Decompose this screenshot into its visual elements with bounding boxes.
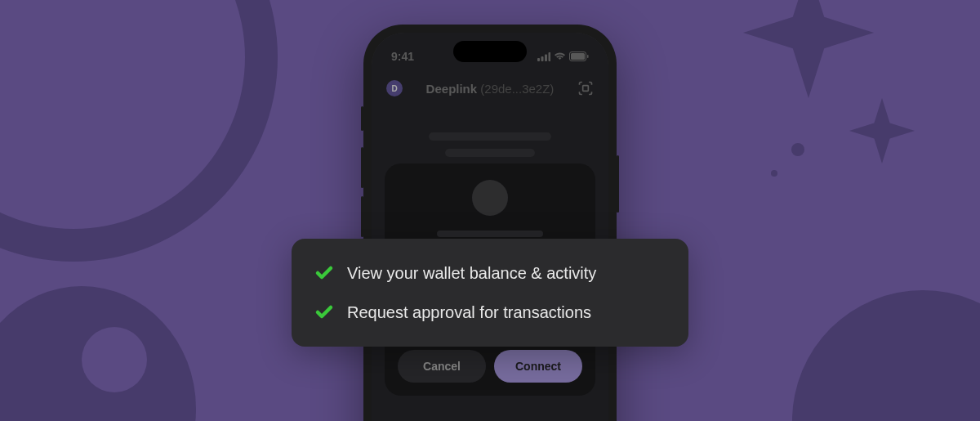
skeleton-line [429, 132, 551, 141]
permission-item: Request approval for transactions [314, 298, 666, 327]
qr-scan-icon[interactable] [577, 80, 594, 96]
dynamic-island [453, 41, 527, 62]
svg-rect-7 [583, 86, 589, 92]
wifi-icon [554, 52, 566, 61]
svg-rect-0 [537, 58, 540, 61]
avatar-initial: D [391, 84, 397, 93]
app-header: D Deeplink (29de...3e2Z) [372, 69, 608, 108]
cancel-button[interactable]: Cancel [398, 350, 486, 383]
phone-frame: 9:41 D Deeplink (29de...3e2Z) [363, 25, 617, 421]
status-icons [537, 52, 589, 61]
svg-rect-5 [571, 53, 585, 60]
check-icon [314, 302, 334, 322]
modal-actions: Cancel Connect [398, 350, 582, 383]
permission-item: View your wallet balance & activity [314, 258, 666, 288]
title-text: Deeplink [426, 82, 478, 96]
skeleton-line [445, 149, 535, 157]
svg-rect-1 [541, 56, 544, 61]
svg-rect-6 [587, 55, 589, 58]
svg-rect-3 [549, 52, 551, 61]
avatar[interactable]: D [386, 80, 403, 96]
svg-rect-2 [545, 54, 547, 61]
status-time: 9:41 [391, 50, 414, 63]
check-icon [314, 263, 334, 283]
connect-button[interactable]: Connect [494, 350, 582, 383]
app-avatar-placeholder [472, 180, 508, 216]
signal-icon [537, 52, 550, 61]
title-subtitle: (29de...3e2Z) [480, 82, 554, 96]
permissions-tooltip: View your wallet balance & activity Requ… [292, 239, 688, 347]
permission-text: View your wallet balance & activity [347, 264, 596, 283]
page-title: Deeplink (29de...3e2Z) [411, 82, 569, 96]
battery-icon [569, 52, 589, 61]
permission-text: Request approval for transactions [347, 303, 591, 322]
phone-screen: 9:41 D Deeplink (29de...3e2Z) [372, 33, 608, 421]
skeleton-line [437, 231, 543, 237]
